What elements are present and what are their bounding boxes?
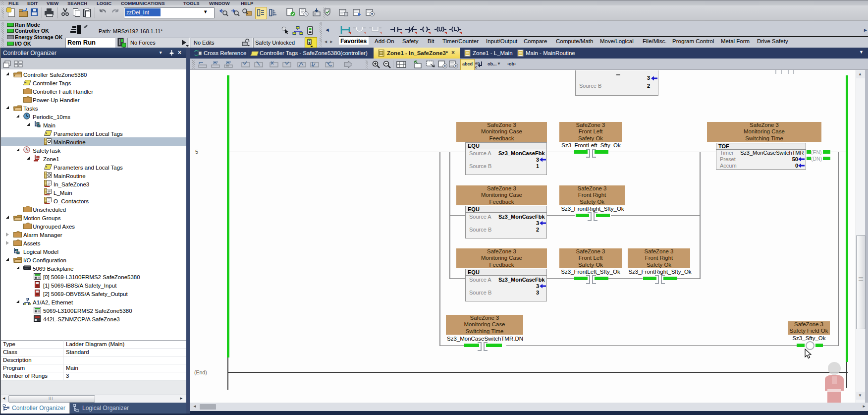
svg-text:c: c: [475, 65, 478, 69]
